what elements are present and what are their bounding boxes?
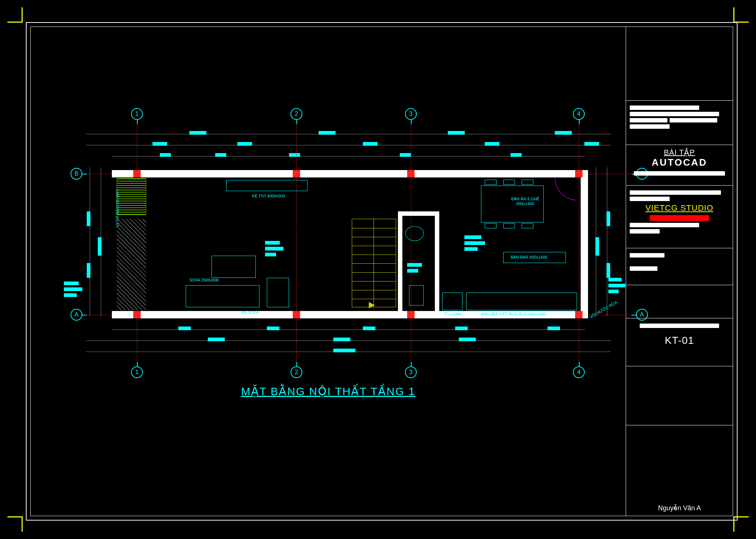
column <box>407 311 415 318</box>
dim-value <box>363 142 378 146</box>
dim-value <box>98 237 102 256</box>
grid-label: 4 <box>577 111 581 117</box>
annotation <box>265 247 284 251</box>
grid-label: 3 <box>409 111 413 117</box>
coffee-table <box>212 256 256 278</box>
studio-name: VIETCG STUDIO <box>630 203 729 213</box>
annotation <box>265 253 276 256</box>
sofa <box>186 285 260 307</box>
grid-bubble-b-left: B <box>71 168 82 180</box>
label-tulanh: TỦ LẠNH <box>444 312 462 317</box>
dim-value <box>152 142 167 146</box>
gridline-3 <box>411 115 411 374</box>
dim-value <box>511 153 522 157</box>
column <box>575 170 583 177</box>
dim-value <box>363 326 375 330</box>
wc-wall <box>398 211 402 311</box>
red-accent-bar <box>650 215 709 221</box>
annotation <box>464 235 481 239</box>
grid-label: 4 <box>577 369 581 376</box>
dim-value <box>459 338 476 341</box>
tb-title: AUTOCAD <box>630 157 729 168</box>
grid-label: 3 <box>409 369 413 376</box>
label-banan: BÀN ĂN 6 GHẾ 800x1400 <box>507 197 544 206</box>
column <box>133 311 141 318</box>
door-swing <box>555 178 577 200</box>
tb-project-box <box>626 101 733 145</box>
column <box>293 170 300 177</box>
annotation <box>464 247 478 251</box>
chair <box>503 223 515 228</box>
wc-wall <box>435 211 439 311</box>
dim-value <box>455 326 468 330</box>
chair <box>503 180 515 185</box>
titleblock: BÀI TẬP AUTOCAD VIETCG STUDIO <box>626 27 733 516</box>
stair <box>352 219 396 307</box>
grid-bubble-1-top: 1 <box>131 108 143 120</box>
annotation <box>608 284 625 287</box>
kitchen-counter <box>466 293 577 310</box>
chair <box>522 223 533 228</box>
dim-value <box>555 131 572 135</box>
label-voi: VÒI NƯỚC RỬA <box>589 300 618 319</box>
label-bar: BÀN BAR 400x1400 <box>511 255 547 259</box>
garden <box>117 178 146 215</box>
annotation <box>64 293 77 297</box>
lavabo <box>405 226 424 241</box>
drawing-sheet: 1 2 3 4 1 2 3 4 B A B A <box>7 7 749 532</box>
dim-value <box>319 131 336 135</box>
annotation <box>608 278 622 281</box>
dim-value <box>606 211 610 226</box>
chair <box>522 180 533 185</box>
dim-value <box>400 153 411 157</box>
tb-subtitle: BÀI TẬP <box>630 148 729 157</box>
grid-bubble-1-bot: 1 <box>131 366 143 378</box>
column <box>407 170 415 177</box>
grid-label: B <box>75 170 79 177</box>
dim-value <box>584 142 599 146</box>
wc-wall <box>398 211 439 216</box>
label-xe: VỊ TRÍ ĐẬU XE MÁY <box>115 189 120 227</box>
dim-value <box>547 326 560 330</box>
dim-value <box>87 263 90 278</box>
tb-sheet-box: KT-01 <box>626 318 733 366</box>
column <box>133 170 141 177</box>
annotation <box>407 263 422 267</box>
dim-value <box>289 153 300 157</box>
annotation <box>64 281 79 285</box>
floor-hatch <box>117 219 146 310</box>
dim-value <box>333 349 355 352</box>
tb-exercise-title: BÀI TẬP AUTOCAD <box>626 145 733 186</box>
author-name: Nguyễn Văn A <box>658 504 701 512</box>
dim-value <box>215 153 226 157</box>
gridline-4 <box>579 115 579 374</box>
tb-studio-box: VIETCG STUDIO <box>626 186 733 248</box>
dim-line <box>90 167 90 317</box>
grid-label: A <box>75 311 79 318</box>
gridline-2 <box>296 115 297 374</box>
dim-value <box>485 142 499 146</box>
tb-empty-1 <box>626 285 733 318</box>
grid-bubble-2-top: 2 <box>291 108 302 120</box>
dim-line <box>86 134 611 134</box>
annotation <box>608 290 619 293</box>
grid-label: 1 <box>135 111 139 117</box>
dim-value <box>178 326 191 330</box>
stair-arrow-icon: ▶ <box>369 300 375 310</box>
grid-label: 1 <box>135 369 139 376</box>
inner-frame: 1 2 3 4 1 2 3 4 B A B A <box>30 27 733 516</box>
label-tivi: KỆ TIVI 4000x500 <box>252 194 285 198</box>
grid-bubble-3-top: 3 <box>405 108 417 120</box>
grid-label: 2 <box>295 369 298 376</box>
plan-title: MẶT BẰNG NỘI THẤT TẦNG 1 <box>241 385 415 398</box>
grid-bubble-4-bot: 4 <box>573 366 585 378</box>
chair <box>485 180 496 185</box>
wall-top <box>112 170 588 177</box>
grid-label: 2 <box>295 111 298 117</box>
dim-value <box>267 326 279 330</box>
fridge <box>442 293 463 310</box>
dim-value <box>87 211 90 226</box>
dim-line <box>607 167 607 317</box>
tb-logo-box <box>626 27 733 101</box>
tv-console <box>226 180 307 191</box>
